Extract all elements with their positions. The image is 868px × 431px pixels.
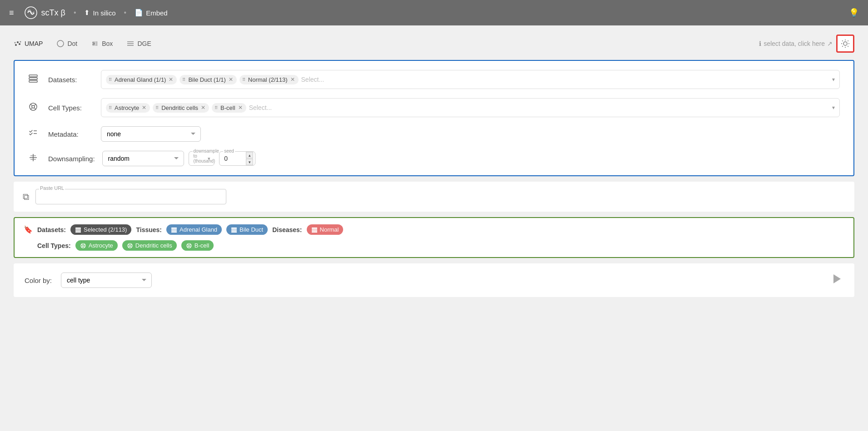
gp-diseases-label: Diseases: bbox=[272, 226, 302, 233]
gp-datasets-label: Datasets: bbox=[37, 226, 66, 233]
tag-astrocyte-label: Astrocyte bbox=[115, 104, 139, 111]
arrow-icon: ↗ bbox=[827, 40, 833, 47]
chip-selected-label: Selected (2/113) bbox=[84, 226, 127, 233]
light-icon[interactable]: 💡 bbox=[849, 8, 859, 17]
toolbar-box[interactable]: Box bbox=[91, 38, 113, 50]
datasets-input[interactable]: ⠿ Adrenal Gland (1/1) ✕ ⠿ Bile Duct (1/1… bbox=[101, 70, 840, 89]
seed-up-btn[interactable]: ▲ bbox=[246, 152, 253, 159]
nav-embed[interactable]: 📄 Embed bbox=[135, 9, 168, 17]
chip-astrocyte-icon bbox=[80, 243, 86, 249]
celltypes-placeholder: Select... bbox=[249, 104, 272, 111]
tag-astrocyte: ⠿ Astrocyte ✕ bbox=[106, 103, 150, 113]
tag-bcell: ⠿ B-cell ✕ bbox=[212, 103, 246, 113]
chip-normal-icon bbox=[311, 227, 318, 233]
svg-line-22 bbox=[35, 104, 36, 105]
tag-dendritic-close[interactable]: ✕ bbox=[201, 104, 205, 111]
paste-url-label: Paste URL bbox=[39, 185, 65, 191]
downsampling-label: Downsampling: bbox=[48, 155, 95, 163]
celltypes-input[interactable]: ⠿ Astrocyte ✕ ⠿ Dendritic cells ✕ ⠿ B-ce… bbox=[101, 98, 840, 117]
select-data-text: ℹ select data, click here ↗ bbox=[759, 40, 833, 47]
svg-rect-39 bbox=[231, 231, 237, 233]
chip-bile-label: Bile Duct bbox=[239, 226, 263, 233]
svg-line-52 bbox=[130, 244, 131, 245]
tag-adrenal-close[interactable]: ✕ bbox=[169, 76, 173, 83]
svg-line-58 bbox=[190, 244, 190, 245]
chip-gp-dendritic-label: Dendritic cells bbox=[135, 242, 172, 249]
metadata-select[interactable]: none bbox=[101, 126, 201, 142]
datasets-row: Datasets: ⠿ Adrenal Gland (1/1) ✕ ⠿ Bile… bbox=[28, 70, 840, 89]
svg-rect-38 bbox=[231, 229, 237, 231]
gear-icon bbox=[840, 39, 850, 49]
box-label: Box bbox=[102, 40, 113, 47]
downsample-label: downsample to (thousand) bbox=[193, 149, 220, 163]
run-icon bbox=[831, 272, 843, 285]
downsample-arrow[interactable]: ▾ bbox=[208, 156, 210, 162]
insilico-label: In silico bbox=[93, 9, 115, 17]
bookmark-icon: 🔖 bbox=[24, 225, 33, 234]
svg-point-6 bbox=[57, 40, 64, 47]
chip-adrenal-icon bbox=[171, 227, 177, 233]
tag-bile-close[interactable]: ✕ bbox=[229, 76, 233, 83]
tag-bcell-close[interactable]: ✕ bbox=[238, 104, 243, 111]
toolbar-right: ℹ select data, click here ↗ bbox=[759, 35, 854, 53]
svg-line-21 bbox=[30, 104, 32, 105]
paste-url-wrap: Paste URL bbox=[35, 189, 226, 204]
svg-line-59 bbox=[187, 246, 188, 247]
svg-point-4 bbox=[15, 42, 16, 44]
chip-normal: Normal bbox=[307, 224, 344, 235]
datasets-dropdown-arrow[interactable]: ▾ bbox=[832, 76, 835, 83]
datasets-icon bbox=[28, 74, 41, 86]
datasets-placeholder: Select... bbox=[301, 76, 324, 83]
copy-icon[interactable]: ⧉ bbox=[23, 192, 29, 202]
dot-label: Dot bbox=[67, 40, 77, 47]
sep1: • bbox=[74, 9, 76, 17]
svg-line-48 bbox=[84, 246, 85, 247]
svg-line-45 bbox=[81, 244, 82, 245]
chip-gp-bcell-label: B-cell bbox=[195, 242, 210, 249]
seed-label: seed bbox=[223, 149, 235, 154]
run-button[interactable] bbox=[831, 272, 843, 288]
nav-insilico[interactable]: ⬆ In silico bbox=[84, 9, 115, 17]
seed-down-btn[interactable]: ▼ bbox=[246, 159, 253, 165]
svg-point-50 bbox=[129, 245, 131, 247]
chip-normal-label: Normal bbox=[320, 226, 339, 233]
svg-line-47 bbox=[81, 246, 82, 247]
app-title: scTx β bbox=[41, 8, 65, 18]
tag-adrenal-label: Adrenal Gland (1/1) bbox=[115, 76, 166, 83]
chip-datasets-icon bbox=[75, 227, 81, 233]
gear-button[interactable] bbox=[836, 35, 854, 53]
svg-point-3 bbox=[19, 43, 20, 45]
toolbar-umap[interactable]: UMAP bbox=[14, 38, 43, 50]
tag-bcell-label: B-cell bbox=[220, 104, 235, 111]
svg-point-20 bbox=[32, 105, 35, 108]
dge-label: DGE bbox=[137, 40, 151, 47]
tag-bile: ⠿ Bile Duct (1/1) ✕ bbox=[180, 75, 236, 84]
svg-point-1 bbox=[15, 44, 17, 46]
svg-line-57 bbox=[187, 244, 188, 245]
toolbar-dot[interactable]: Dot bbox=[56, 38, 77, 50]
chip-adrenal-label: Adrenal Gland bbox=[180, 226, 217, 233]
main-content: UMAP Dot Box DGE bbox=[0, 25, 868, 306]
chip-gp-astrocyte-label: Astrocyte bbox=[89, 242, 113, 249]
downsampling-method-select[interactable]: random bbox=[102, 151, 184, 166]
svg-rect-42 bbox=[312, 231, 317, 233]
toolbar-dge[interactable]: DGE bbox=[126, 38, 151, 50]
header: ≡ scTx β • ⬆ In silico • 📄 Embed 💡 bbox=[0, 0, 868, 25]
blue-panel: Datasets: ⠿ Adrenal Gland (1/1) ✕ ⠿ Bile… bbox=[14, 60, 854, 176]
paste-url-input[interactable] bbox=[35, 189, 226, 204]
svg-marker-61 bbox=[833, 274, 841, 283]
box-icon bbox=[91, 40, 99, 48]
tag-normal-close[interactable]: ✕ bbox=[290, 76, 295, 83]
celltypes-dropdown-arrow[interactable]: ▾ bbox=[832, 104, 835, 111]
tag-astrocyte-close[interactable]: ✕ bbox=[142, 104, 146, 111]
tag-normal-label: Normal (2/113) bbox=[248, 76, 288, 83]
svg-line-60 bbox=[190, 246, 190, 247]
tag-normal: ⠿ Normal (2/113) ✕ bbox=[239, 75, 299, 84]
tag-dendritic-label: Dendritic cells bbox=[161, 104, 198, 111]
svg-rect-37 bbox=[231, 228, 237, 229]
color-by-select[interactable]: cell type bbox=[61, 272, 152, 288]
hamburger-icon[interactable]: ≡ bbox=[9, 8, 14, 18]
info-icon: ℹ bbox=[759, 40, 761, 47]
header-right: 💡 bbox=[849, 8, 859, 18]
svg-point-44 bbox=[82, 245, 84, 247]
